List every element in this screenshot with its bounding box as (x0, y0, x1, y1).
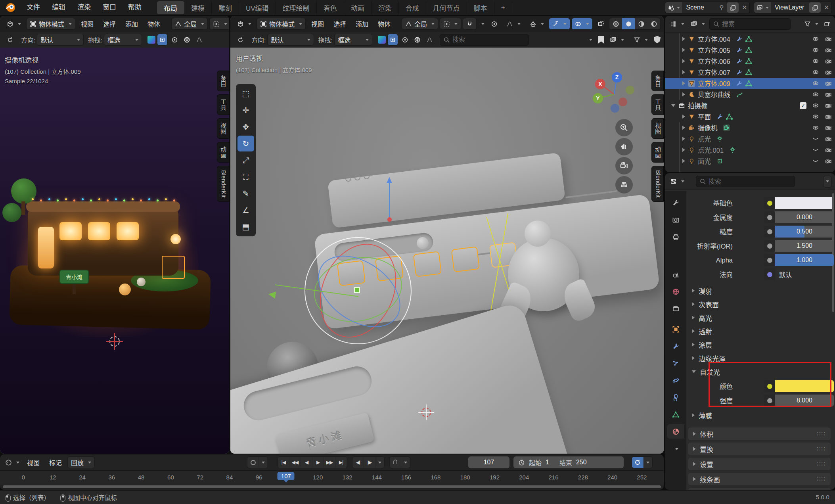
outliner-search-input[interactable] (722, 21, 770, 28)
workspace-tab-动画[interactable]: 动画 (344, 1, 372, 14)
editor-type-3d-icon[interactable] (3, 18, 25, 30)
color-swatch[interactable] (775, 380, 834, 392)
properties-tab-constraints[interactable] (667, 390, 684, 404)
pivot-dropdown[interactable] (440, 18, 461, 30)
gizmos-dropdown[interactable] (549, 18, 570, 30)
viewport-menu-添加[interactable]: 添加 (121, 19, 142, 29)
curve-data-icon[interactable] (736, 91, 743, 98)
properties-search-input[interactable] (709, 178, 756, 185)
tool-add-cube[interactable]: ⬒ (237, 219, 254, 235)
tool-measure[interactable]: ∠ (237, 202, 254, 218)
scene-name[interactable]: Scene (682, 4, 717, 11)
display-globe-icon[interactable] (412, 34, 423, 46)
properties-tab-world[interactable] (667, 284, 684, 299)
animate-decorator[interactable] (764, 211, 775, 223)
viewlayer-selector[interactable]: ViewLayer ✕ (754, 2, 832, 13)
value-slider[interactable]: 1.500 (775, 240, 834, 252)
overlays-dropdown[interactable] (571, 18, 593, 30)
mesh-console[interactable] (230, 301, 574, 454)
value-slider[interactable]: 0.500 (775, 226, 834, 238)
value-slider[interactable]: 8.000 (775, 395, 834, 406)
properties-tab-tool[interactable] (667, 195, 684, 210)
sidebar-tab-工具[interactable]: 工具 (217, 94, 229, 115)
add-workspace-tab[interactable]: + (494, 2, 512, 13)
eye-closed-icon[interactable] (812, 157, 819, 165)
sidebar-tab-工具[interactable]: 工具 (651, 94, 664, 115)
workspace-tab-纹理绘制[interactable]: 纹理绘制 (276, 1, 317, 14)
properties-options-icon[interactable] (823, 176, 832, 188)
scene-selector[interactable]: Scene ⚲ ✕ (665, 2, 750, 13)
expand-arrow-icon[interactable] (682, 159, 685, 163)
viewport-menu-物体[interactable]: 物体 (374, 19, 395, 29)
value-slider[interactable]: 1.000 (775, 254, 834, 266)
gizmo-axis-z[interactable]: Z (612, 72, 622, 82)
viewlayer-browse-icon[interactable] (754, 2, 771, 13)
keying-options-icon[interactable] (259, 456, 268, 468)
snap-dropdown[interactable] (478, 18, 486, 30)
preview-range-icon[interactable] (390, 456, 401, 468)
section-高光[interactable]: 高光 (692, 312, 712, 323)
expand-arrow-icon[interactable] (682, 70, 685, 74)
wrench-icon[interactable] (736, 47, 743, 54)
properties-tab-collection[interactable] (667, 301, 684, 316)
expand-arrow-icon[interactable] (682, 92, 685, 96)
collapse-icon[interactable] (586, 34, 596, 46)
outliner-item-点光.001[interactable]: 点光.001 (665, 144, 835, 155)
visibility-dropdown[interactable] (526, 18, 548, 30)
section-涂层[interactable]: 涂层 (692, 339, 712, 350)
property-field-糙度[interactable]: 0.500 (764, 226, 834, 238)
timeline-menu-playback[interactable]: 回放 (67, 456, 95, 468)
outliner-item-立方体.006[interactable]: 立方体.006 (665, 56, 835, 67)
collection-checkbox[interactable]: ✓ (800, 102, 806, 109)
eye-icon[interactable] (812, 69, 819, 76)
tool-header-icon[interactable] (234, 34, 247, 46)
timeline-menu-view[interactable]: 视图 (23, 458, 44, 467)
selected-object-outline[interactable] (162, 256, 185, 279)
properties-tab-output[interactable] (667, 230, 684, 244)
panel-置换[interactable]: 置换∷∷ (688, 442, 831, 456)
property-field-颜色[interactable] (764, 380, 834, 392)
viewlayer-remove-icon[interactable]: ✕ (822, 4, 831, 11)
wrench-icon[interactable] (736, 69, 743, 76)
sidebar-tab-BlenderKit[interactable]: BlenderKit (651, 166, 664, 202)
properties-tab-scene[interactable] (667, 267, 684, 282)
mode-dropdown[interactable]: 物体模式 (26, 18, 75, 30)
shading-solid[interactable] (622, 18, 635, 29)
light-data-icon[interactable] (729, 147, 736, 153)
next-keyframe-button[interactable]: ▶▶ (324, 456, 335, 468)
camera-data-icon[interactable] (723, 125, 730, 131)
viewport-menu-选择[interactable]: 选择 (329, 19, 350, 29)
zoom-view-button[interactable] (615, 119, 633, 136)
scene-unlink-icon[interactable]: ✕ (739, 4, 749, 11)
panel-设置[interactable]: 设置∷∷ (688, 457, 831, 471)
viewlayer-copy-icon[interactable] (809, 2, 821, 13)
eye-icon[interactable] (812, 113, 819, 120)
viewport-search-input[interactable] (452, 36, 500, 43)
shield-icon[interactable] (654, 36, 661, 44)
camera-icon[interactable] (825, 46, 832, 54)
workspace-tab-UV编辑[interactable]: UV编辑 (239, 1, 276, 14)
properties-search[interactable] (696, 176, 795, 187)
mesh-rocket-top[interactable] (525, 220, 551, 247)
expand-arrow-icon[interactable] (682, 126, 685, 130)
eye-icon[interactable] (812, 102, 819, 109)
camera-view-button[interactable] (615, 157, 633, 174)
steps-icon[interactable] (424, 34, 435, 46)
filter-dropdown[interactable] (630, 34, 651, 46)
outliner-item-立方体.005[interactable]: 立方体.005 (665, 44, 835, 56)
sidebar-tab-视图[interactable]: 视图 (651, 118, 664, 139)
falloff-dropdown[interactable] (503, 18, 524, 30)
camera-icon[interactable] (825, 157, 832, 165)
play-reverse-button[interactable]: ◀ (301, 456, 312, 468)
viewport-search[interactable] (440, 34, 529, 46)
section-自发光[interactable]: 自发光 (692, 366, 720, 377)
gizmo-axis-y-neg[interactable] (626, 86, 634, 94)
mesh-data-icon[interactable] (745, 69, 752, 76)
drag-mode-dropdown[interactable]: 框选 (104, 34, 142, 46)
panel-体积[interactable]: 体积∷∷ (688, 427, 831, 441)
orientation-default-dropdown[interactable]: 默认 (37, 34, 84, 46)
outliner-item-平面[interactable]: 平面 (665, 111, 835, 122)
eye-icon[interactable] (812, 57, 819, 65)
camera-icon[interactable] (825, 146, 832, 153)
animate-decorator[interactable] (764, 395, 775, 406)
